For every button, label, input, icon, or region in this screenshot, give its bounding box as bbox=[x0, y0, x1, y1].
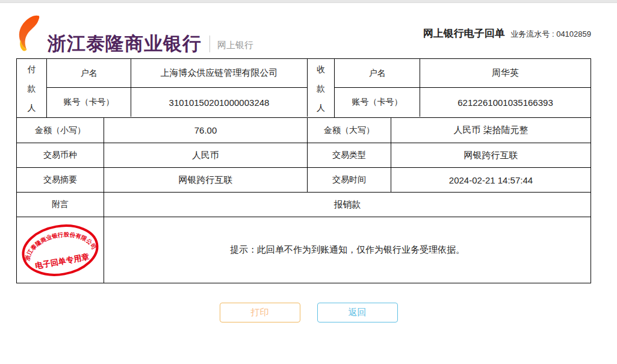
payee-name-label: 户名 bbox=[335, 59, 420, 87]
amount-lower-value: 76.00 bbox=[104, 118, 308, 143]
notice-text: 提示：此回单不作为到账通知，仅作为银行业务受理依据。 bbox=[104, 217, 591, 283]
parties-row: 付款人 户名 上海博众供应链管理有限公司 账号（卡号） 310101502010… bbox=[17, 59, 591, 118]
online-banking-label: 网上银行 bbox=[217, 40, 253, 54]
serial-number: 业务流水号 : 04102859 bbox=[510, 29, 591, 39]
action-button-bar: 打印 返回 bbox=[0, 303, 617, 322]
payer-account-value: 31010150201000003248 bbox=[131, 88, 308, 117]
bank-name: 浙江泰隆商业银行 bbox=[48, 34, 202, 54]
amount-upper-value: 人民币 柒拾陆元整 bbox=[391, 118, 591, 143]
amount-lower-label: 金额（小写） bbox=[17, 118, 104, 143]
table-row-remark: 附言 报销款 bbox=[17, 193, 591, 217]
txn-time-label: 交易时间 bbox=[308, 168, 391, 192]
bank-logo-fish-icon bbox=[18, 14, 46, 54]
payer-side-label: 付款人 bbox=[26, 60, 37, 117]
payer-account-label: 账号（卡号） bbox=[47, 88, 131, 117]
txn-summary-label: 交易摘要 bbox=[17, 168, 104, 192]
txn-summary-value: 网银跨行互联 bbox=[104, 168, 308, 192]
back-button[interactable]: 返回 bbox=[317, 303, 398, 322]
receipt-title: 网上银行电子回单 bbox=[423, 28, 505, 39]
payer-side-cell: 付款人 bbox=[17, 59, 47, 117]
currency-value: 人民币 bbox=[104, 143, 308, 167]
stamp-cell: 浙江泰隆商业银行股份有限公司 电子回单专用章 bbox=[17, 217, 104, 283]
payee-account-value: 6212261001035166393 bbox=[420, 88, 591, 117]
payee-name-value: 周华英 bbox=[420, 59, 591, 87]
serial-value: 04102859 bbox=[556, 29, 591, 39]
table-row-amount: 金额（小写） 76.00 金额（大写） 人民币 柒拾陆元整 bbox=[17, 118, 591, 143]
table-row-currency: 交易币种 人民币 交易类型 网银跨行互联 bbox=[17, 143, 591, 168]
payee-side-cell: 收款人 bbox=[308, 59, 335, 117]
payer-name-value: 上海博众供应链管理有限公司 bbox=[131, 59, 308, 87]
amount-upper-label: 金额（大写） bbox=[308, 118, 391, 143]
currency-label: 交易币种 bbox=[17, 143, 104, 167]
logo-divider bbox=[209, 35, 210, 52]
table-row-stamp: 浙江泰隆商业银行股份有限公司 电子回单专用章 提示：此回单不作为到账通知，仅作为… bbox=[17, 217, 591, 283]
txn-type-label: 交易类型 bbox=[308, 143, 391, 167]
top-divider-bar bbox=[0, 0, 617, 3]
payer-name-label: 户名 bbox=[47, 59, 131, 87]
payee-account-label: 账号（卡号） bbox=[335, 88, 420, 117]
print-button[interactable]: 打印 bbox=[220, 303, 300, 322]
txn-type-value: 网银跨行互联 bbox=[391, 143, 591, 167]
txn-time-value: 2024-02-21 14:57:44 bbox=[391, 168, 591, 192]
remark-label: 附言 bbox=[17, 193, 104, 217]
payee-side-label: 收款人 bbox=[316, 60, 326, 117]
receipt-table: 付款人 户名 上海博众供应链管理有限公司 账号（卡号） 310101502010… bbox=[16, 58, 591, 283]
serial-label: 业务流水号 : bbox=[510, 29, 554, 39]
bank-header: 浙江泰隆商业银行 网上银行 bbox=[18, 14, 253, 54]
table-row-summary: 交易摘要 网银跨行互联 交易时间 2024-02-21 14:57:44 bbox=[17, 168, 591, 193]
bank-stamp: 浙江泰隆商业银行股份有限公司 电子回单专用章 bbox=[20, 222, 101, 279]
receipt-header-right: 网上银行电子回单 业务流水号 : 04102859 bbox=[423, 26, 591, 40]
remark-value: 报销款 bbox=[104, 193, 591, 217]
